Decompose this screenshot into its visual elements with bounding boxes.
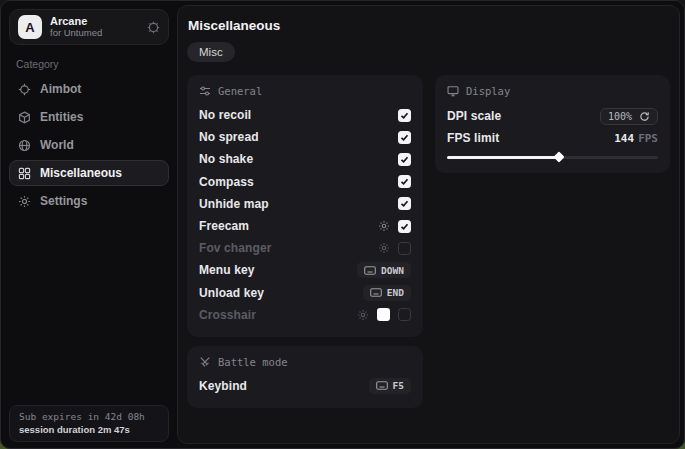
keybind-badge[interactable]: END [363,285,411,301]
row-label: No shake [199,152,253,166]
checkbox-checked[interactable] [398,197,411,210]
row-label: Freecam [199,219,249,233]
monitor-icon [447,85,459,97]
checkbox-unchecked[interactable] [398,308,411,321]
row-label: Fov changer [199,241,271,255]
row-label: Crosshair [199,308,256,322]
checkbox-checked[interactable] [398,175,411,188]
sidebar-item-aimbot[interactable]: Aimbot [9,76,169,102]
row-label: Compass [199,175,254,189]
battle-mode-panel: Battle mode Keybind F5 [187,346,423,408]
keybind-value: F5 [393,380,404,391]
display-panel-header: Display [447,85,658,97]
cube-icon [18,111,31,124]
sidebar-item-label: Entities [40,110,83,124]
checkbox-checked[interactable] [398,153,411,166]
sidebar-item-label: World [40,138,74,152]
sidebar: A Arcane for Untumed Category Ai [1,1,177,448]
sidebar-item-world[interactable]: World [9,132,169,158]
keybind-badge[interactable]: F5 [369,378,411,394]
gear-icon [18,195,31,208]
row-no-shake: No shake [199,148,411,170]
fps-unit: FPS [638,132,658,145]
keyboard-icon [376,381,388,390]
row-no-spread: No spread [199,126,411,148]
checkbox-checked[interactable] [398,109,411,122]
avatar: A [18,15,42,39]
row-freecam: Freecam [199,215,411,237]
row-no-recoil: No recoil [199,104,411,126]
dpi-scale-value: 100% [608,111,632,122]
panels-area: General No recoil No spread [187,75,670,408]
row-label: No spread [199,130,259,144]
swords-icon [199,356,211,368]
slider-thumb[interactable] [553,151,564,162]
display-panel-title: Display [466,85,510,97]
right-column: Display DPI scale 100% [435,75,670,173]
refresh-icon[interactable] [639,111,650,122]
gear-icon[interactable] [147,21,160,34]
display-panel: Display DPI scale 100% [435,75,670,173]
row-label: FPS limit [447,131,499,145]
category-nav: Aimbot Entities World [9,76,169,214]
globe-icon [18,139,31,152]
tab-row: Misc [187,42,670,62]
row-keybind: Keybind F5 [199,375,411,397]
main-content: Miscellaneous Misc General [177,5,680,444]
row-label: No recoil [199,108,251,122]
brand-text: Arcane for Untumed [50,15,102,39]
grid-icon [18,167,31,180]
fps-number: 144 [614,132,634,145]
sidebar-item-label: Miscellaneous [40,166,122,180]
gear-icon[interactable] [378,242,390,254]
session-duration-value: 2m 47s [98,424,130,435]
row-fov-changer: Fov changer [199,237,411,259]
row-unhide-map: Unhide map [199,193,411,215]
category-label: Category [16,58,169,70]
brand-subtitle: for Untumed [50,28,102,39]
row-dpi-scale: DPI scale 100% [447,104,658,128]
checkbox-checked[interactable] [398,131,411,144]
dpi-scale-badge[interactable]: 100% [600,108,658,125]
slider-fill [447,156,559,159]
subscription-card: Sub expires in 42d 08h session duration … [9,405,169,442]
checkbox-unchecked[interactable] [398,242,411,255]
sidebar-item-entities[interactable]: Entities [9,104,169,130]
general-panel-title: General [218,85,262,97]
keyboard-icon [370,288,382,297]
sidebar-item-miscellaneous[interactable]: Miscellaneous [9,160,169,186]
row-label: DPI scale [447,109,501,123]
checkbox-checked[interactable] [398,220,411,233]
row-label: Menu key [199,263,255,277]
keybind-value: DOWN [381,265,404,276]
sidebar-item-label: Aimbot [40,82,81,96]
sub-expiry-text: Sub expires in 42d 08h [19,411,159,422]
keyboard-icon [364,266,376,275]
tab-misc[interactable]: Misc [187,42,235,62]
fps-slider[interactable] [447,152,658,162]
fps-limit-value: 144FPS [614,132,658,145]
color-swatch[interactable] [377,308,390,321]
general-panel: General No recoil No spread [187,75,423,337]
row-unload-key: Unload key END [199,282,411,304]
session-duration-text: session duration 2m 47s [19,424,159,435]
row-menu-key: Menu key DOWN [199,259,411,281]
general-panel-header: General [199,85,411,97]
sidebar-item-settings[interactable]: Settings [9,188,169,214]
gear-icon[interactable] [378,220,390,232]
gear-icon[interactable] [357,309,369,321]
row-fps-limit: FPS limit 144FPS [447,128,658,148]
row-label: Unhide map [199,197,269,211]
brand-card: A Arcane for Untumed [9,9,169,45]
keybind-value: END [387,287,404,298]
page-title: Miscellaneous [188,18,670,33]
row-crosshair: Crosshair [199,304,411,326]
keybind-badge[interactable]: DOWN [357,262,411,278]
battle-mode-panel-header: Battle mode [199,356,411,368]
row-label: Keybind [199,379,247,393]
row-label: Unload key [199,286,264,300]
left-column: General No recoil No spread [187,75,423,408]
brand-name: Arcane [50,15,102,28]
arcane-menu-window: A Arcane for Untumed Category Ai [0,0,685,449]
battle-mode-panel-title: Battle mode [218,356,288,368]
